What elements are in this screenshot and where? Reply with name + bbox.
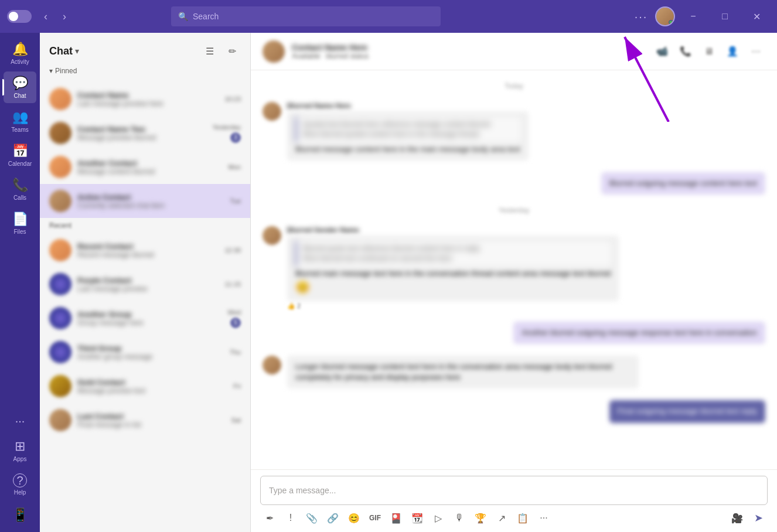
- chat-info: Gold Contact Message preview text: [77, 378, 227, 395]
- emoji-button[interactable]: 😊: [345, 509, 363, 527]
- chat-info: Last Contact Final message in list: [77, 412, 225, 429]
- avatar: [49, 375, 71, 397]
- chat-info: Another Group Group message here: [77, 310, 222, 327]
- message-bubble-outgoing: Blurred outgoing message content here te…: [601, 172, 765, 195]
- chat-name: Last Contact: [77, 412, 225, 421]
- list-item[interactable]: Contact Name Last message preview here 1…: [40, 82, 250, 116]
- search-input[interactable]: [193, 12, 434, 21]
- chat-title-dropdown[interactable]: Chat ▾: [49, 45, 79, 57]
- minimize-button[interactable]: −: [680, 7, 707, 26]
- back-button[interactable]: ‹: [38, 8, 54, 25]
- title-bar-right: ··· − □ ✕: [632, 6, 770, 26]
- activity-icon: 🔔: [12, 42, 28, 57]
- chat-preview: Message content blurred: [77, 168, 223, 176]
- more-actions-button[interactable]: ⋯: [747, 42, 765, 61]
- sidebar-item-help[interactable]: ? Help: [4, 469, 36, 500]
- avatar: [49, 409, 71, 431]
- maximize-button[interactable]: □: [711, 7, 738, 26]
- format-text-button[interactable]: ✒: [260, 509, 279, 527]
- chat-time: 11:15: [224, 281, 241, 288]
- chat-meta: Sat: [231, 417, 241, 424]
- message-emoji: 😊: [295, 279, 611, 295]
- chat-time: Yesterday: [212, 124, 241, 131]
- teams-icon: 👥: [12, 110, 28, 125]
- more-options-button[interactable]: ···: [632, 7, 650, 26]
- send-button[interactable]: ➤: [749, 509, 768, 527]
- chat-meta: Thu: [230, 349, 241, 356]
- schedule-button[interactable]: 📆: [408, 509, 427, 527]
- list-item[interactable]: Third Group Another group message Thu: [40, 335, 250, 369]
- list-item[interactable]: Another Group Group message here Wed 5: [40, 301, 250, 335]
- message-placeholder: Type a message...: [269, 486, 336, 495]
- toggle-switch[interactable]: [7, 10, 32, 23]
- avatar: [49, 190, 71, 212]
- chat-time: Tue: [230, 197, 241, 204]
- chat-icon: 💬: [12, 76, 28, 91]
- praise-button[interactable]: 🏆: [471, 509, 490, 527]
- loop-button[interactable]: 🔗: [323, 509, 342, 527]
- sidebar-item-chat[interactable]: 💬 Chat: [4, 71, 36, 103]
- search-bar[interactable]: 🔍: [171, 6, 441, 26]
- message-group: Blurred outgoing message content here te…: [263, 172, 765, 195]
- audio-button[interactable]: 🎙: [450, 509, 469, 527]
- forward-button[interactable]: ›: [56, 8, 73, 25]
- sidebar-item-calls[interactable]: 📞 Calls: [4, 173, 36, 205]
- video-message-button[interactable]: 🎥: [728, 509, 747, 527]
- search-icon: 🔍: [178, 12, 188, 21]
- new-chat-button[interactable]: ✏: [223, 42, 241, 60]
- chat-preview: Final message in list: [77, 421, 225, 429]
- sidebar-item-apps[interactable]: ⊞ Apps: [4, 435, 36, 466]
- add-people-button[interactable]: 👤: [723, 42, 742, 61]
- close-button[interactable]: ✕: [743, 7, 770, 26]
- list-item[interactable]: Last Contact Final message in list Sat: [40, 403, 250, 437]
- chat-info: Another Contact Message content blurred: [77, 159, 223, 176]
- message-group: Blurred Name Here Quoted text blurred he…: [263, 102, 765, 161]
- sidebar-item-files[interactable]: 📄 Files: [4, 207, 36, 239]
- audio-call-button[interactable]: 📞: [676, 42, 695, 61]
- contact-name: Contact Name Here: [292, 43, 646, 52]
- sidebar-item-activity[interactable]: 🔔 Activity: [4, 37, 36, 69]
- gif-button[interactable]: GIF: [366, 509, 384, 527]
- filter-button[interactable]: ☰: [201, 42, 219, 60]
- share-screen-button[interactable]: 🖥: [700, 42, 718, 61]
- message-content: Blurred Sender Name Blurred quote text r…: [287, 226, 619, 310]
- chat-time: Fri: [233, 383, 241, 390]
- list-item[interactable]: Purple Contact Last message preview 11:1…: [40, 267, 250, 301]
- list-item[interactable]: Another Contact Message content blurred …: [40, 150, 250, 184]
- main-chat: Contact Name Here Available · blurred st…: [251, 33, 777, 532]
- nav-arrows: ‹ ›: [38, 8, 73, 25]
- unread-badge: 3: [230, 132, 241, 143]
- message-row: Blurred Sender Name Blurred quote text r…: [263, 226, 765, 310]
- message-input-row[interactable]: Type a message...: [260, 476, 768, 505]
- chat-sidebar: Chat ▾ ☰ ✏ ▾ Pinned Contact Name: [40, 33, 251, 532]
- chat-preview: Group message here: [77, 319, 222, 327]
- sticker-button[interactable]: 🎴: [387, 509, 405, 527]
- list-item[interactable]: Contact Name Two Message preview blurred…: [40, 116, 250, 150]
- sidebar-item-teams[interactable]: 👥 Teams: [4, 105, 36, 137]
- user-avatar-button[interactable]: [655, 6, 675, 26]
- avatar: [49, 341, 71, 363]
- stream-button[interactable]: ▷: [429, 509, 448, 527]
- message-content: Final outgoing message blurred text repl…: [609, 400, 765, 422]
- list-item[interactable]: Active Contact Currently selected chat i…: [40, 184, 250, 218]
- attach-button[interactable]: 📎: [302, 509, 321, 527]
- avatar: [49, 156, 71, 178]
- more-toolbar-button[interactable]: ···: [534, 509, 553, 527]
- chat-title: Chat: [49, 45, 73, 57]
- quoted-message: Blurred quote text reference blurred con…: [295, 241, 611, 266]
- whiteboard-button[interactable]: 📋: [513, 509, 532, 527]
- priority-button[interactable]: !: [281, 509, 300, 527]
- more-nav-button[interactable]: ···: [11, 410, 30, 432]
- chat-name: Contact Name: [77, 91, 219, 100]
- chat-preview: Currently selected chat item: [77, 202, 224, 210]
- sidebar-item-calendar[interactable]: 📅 Calendar: [4, 139, 36, 171]
- chat-info: Contact Name Two Message preview blurred: [77, 125, 206, 142]
- message-bubble-outgoing-final: Final outgoing message blurred text repl…: [609, 400, 765, 422]
- mobile-device-icon[interactable]: 📱: [12, 503, 28, 527]
- composer-toolbar: ✒ ! 📎 🔗 😊 GIF 🎴 📆 ▷ 🎙 🏆 ↗ 📋 ··· 🎥 ➤: [260, 509, 768, 527]
- message-sender: Blurred Sender Name: [287, 226, 619, 234]
- list-item[interactable]: Gold Contact Message preview text Fri: [40, 369, 250, 403]
- share-button[interactable]: ↗: [492, 509, 511, 527]
- list-item[interactable]: Recent Contact Recent message blurred 12…: [40, 233, 250, 267]
- video-call-button[interactable]: 📹: [653, 42, 672, 61]
